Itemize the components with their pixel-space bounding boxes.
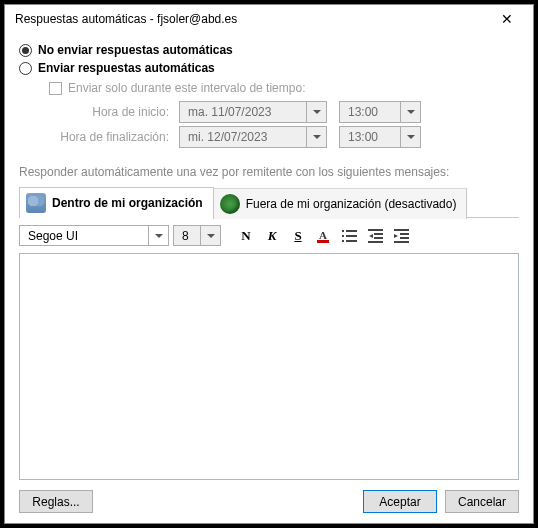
titlebar: Respuestas automáticas - fjsoler@abd.es … xyxy=(5,5,533,33)
svg-rect-7 xyxy=(346,240,357,242)
tab-inside-label: Dentro de mi organización xyxy=(52,196,203,210)
start-time-combo[interactable]: 13:00 xyxy=(339,101,421,123)
section-label: Responder automáticamente una vez por re… xyxy=(19,165,519,179)
font-size-value: 8 xyxy=(174,229,200,243)
time-range-label: Enviar solo durante este intervalo de ti… xyxy=(68,81,305,95)
chevron-down-icon xyxy=(400,102,420,122)
bold-button[interactable]: N xyxy=(235,225,257,246)
globe-icon xyxy=(220,194,240,214)
font-size-combo[interactable]: 8 xyxy=(173,225,221,246)
outdent-button[interactable] xyxy=(365,225,387,246)
end-date-value: mi. 12/07/2023 xyxy=(180,130,306,144)
chevron-down-icon xyxy=(400,127,420,147)
ok-button[interactable]: Aceptar xyxy=(363,490,437,513)
tabs: Dentro de mi organización Fuera de mi or… xyxy=(19,187,519,218)
window-title: Respuestas automáticas - fjsoler@abd.es xyxy=(15,12,491,26)
svg-rect-6 xyxy=(342,240,344,242)
chevron-down-icon xyxy=(148,226,168,245)
start-date-combo[interactable]: ma. 11/07/2023 xyxy=(179,101,327,123)
radio-icon xyxy=(19,44,32,57)
chevron-down-icon xyxy=(306,102,326,122)
underline-button[interactable]: S xyxy=(287,225,309,246)
svg-rect-15 xyxy=(400,233,409,235)
svg-rect-8 xyxy=(368,229,383,231)
svg-rect-10 xyxy=(374,233,383,235)
svg-marker-9 xyxy=(369,234,373,238)
people-icon xyxy=(26,193,46,213)
end-time-combo[interactable]: 13:00 xyxy=(339,126,421,148)
font-color-button[interactable]: A xyxy=(313,225,335,246)
cancel-button[interactable]: Cancelar xyxy=(445,490,519,513)
svg-rect-4 xyxy=(342,235,344,237)
end-date-combo[interactable]: mi. 12/07/2023 xyxy=(179,126,327,148)
option-send[interactable]: Enviar respuestas automáticas xyxy=(19,61,519,75)
svg-rect-2 xyxy=(342,230,344,232)
font-family-combo[interactable]: Segoe UI xyxy=(19,225,169,246)
radio-icon xyxy=(19,62,32,75)
chevron-down-icon xyxy=(200,226,220,245)
start-time-label: Hora de inicio: xyxy=(49,105,179,119)
font-family-value: Segoe UI xyxy=(20,229,148,243)
svg-marker-14 xyxy=(394,234,398,238)
close-button[interactable]: ✕ xyxy=(491,11,523,27)
indent-icon xyxy=(394,229,410,243)
editor-toolbar: Segoe UI 8 N K S A xyxy=(19,218,519,253)
bullet-list-button[interactable] xyxy=(339,225,361,246)
rules-button[interactable]: Reglas... xyxy=(19,490,93,513)
time-range-checkbox[interactable]: Enviar solo durante este intervalo de ti… xyxy=(49,81,519,95)
checkbox-icon xyxy=(49,82,62,95)
option-do-not-send-label: No enviar respuestas automáticas xyxy=(38,43,233,57)
tab-inside-org[interactable]: Dentro de mi organización xyxy=(19,187,214,218)
auto-reply-dialog: Respuestas automáticas - fjsoler@abd.es … xyxy=(4,4,534,524)
start-date-value: ma. 11/07/2023 xyxy=(180,105,306,119)
svg-rect-12 xyxy=(368,241,383,243)
outdent-icon xyxy=(368,229,384,243)
bullet-list-icon xyxy=(342,229,358,243)
tab-outside-label: Fuera de mi organización (desactivado) xyxy=(246,197,457,211)
svg-text:A: A xyxy=(319,229,327,241)
svg-rect-5 xyxy=(346,235,357,237)
italic-button[interactable]: K xyxy=(261,225,283,246)
svg-rect-17 xyxy=(394,241,409,243)
end-time-value: 13:00 xyxy=(340,130,400,144)
svg-rect-1 xyxy=(317,240,329,243)
message-body[interactable] xyxy=(19,253,519,480)
svg-rect-3 xyxy=(346,230,357,232)
svg-rect-16 xyxy=(400,237,409,239)
end-time-label: Hora de finalización: xyxy=(49,130,179,144)
chevron-down-icon xyxy=(306,127,326,147)
option-send-label: Enviar respuestas automáticas xyxy=(38,61,215,75)
start-time-value: 13:00 xyxy=(340,105,400,119)
svg-rect-11 xyxy=(374,237,383,239)
tab-outside-org[interactable]: Fuera de mi organización (desactivado) xyxy=(213,188,468,219)
option-do-not-send[interactable]: No enviar respuestas automáticas xyxy=(19,43,519,57)
svg-rect-13 xyxy=(394,229,409,231)
indent-button[interactable] xyxy=(391,225,413,246)
font-color-icon: A xyxy=(316,228,332,244)
